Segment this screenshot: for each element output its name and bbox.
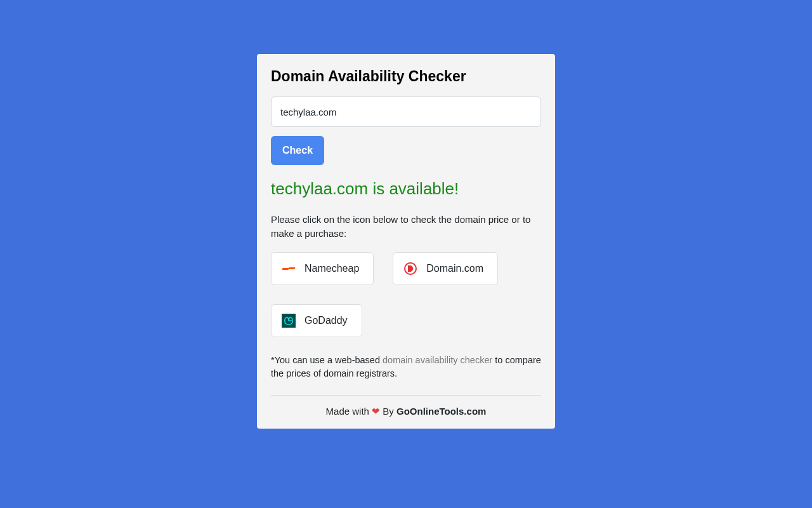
registrar-namecheap[interactable]: Namecheap bbox=[271, 252, 374, 285]
namecheap-icon bbox=[282, 262, 296, 276]
domain-input[interactable] bbox=[271, 97, 541, 127]
divider bbox=[271, 395, 541, 396]
godaddy-icon bbox=[282, 314, 296, 328]
page-title: Domain Availability Checker bbox=[271, 68, 541, 85]
registrar-label: GoDaddy bbox=[304, 315, 348, 326]
registrar-domaincom[interactable]: Domain.com bbox=[393, 252, 498, 285]
footer-by: By bbox=[380, 406, 396, 417]
footnote: *You can use a web-based domain availabi… bbox=[271, 354, 541, 382]
footnote-prefix: *You can use a web-based bbox=[271, 355, 383, 365]
registrar-label: Namecheap bbox=[304, 263, 359, 274]
footer: Made with ❤ By GoOnlineTools.com bbox=[271, 406, 541, 417]
footer-prefix: Made with bbox=[326, 406, 372, 417]
registrar-label: Domain.com bbox=[426, 263, 483, 274]
heart-icon: ❤ bbox=[372, 406, 380, 417]
footnote-link[interactable]: domain availability checker bbox=[383, 355, 492, 365]
footer-brand: GoOnlineTools.com bbox=[396, 406, 486, 417]
availability-result: techylaa.com is available! bbox=[271, 179, 541, 199]
instruction-text: Please click on the icon below to check … bbox=[271, 213, 541, 241]
domaincom-icon bbox=[403, 262, 417, 276]
domain-checker-card: Domain Availability Checker Check techyl… bbox=[257, 54, 555, 429]
check-button[interactable]: Check bbox=[271, 136, 324, 165]
registrar-godaddy[interactable]: GoDaddy bbox=[271, 304, 362, 337]
registrar-list: Namecheap Domain.com GoDaddy bbox=[271, 252, 541, 337]
